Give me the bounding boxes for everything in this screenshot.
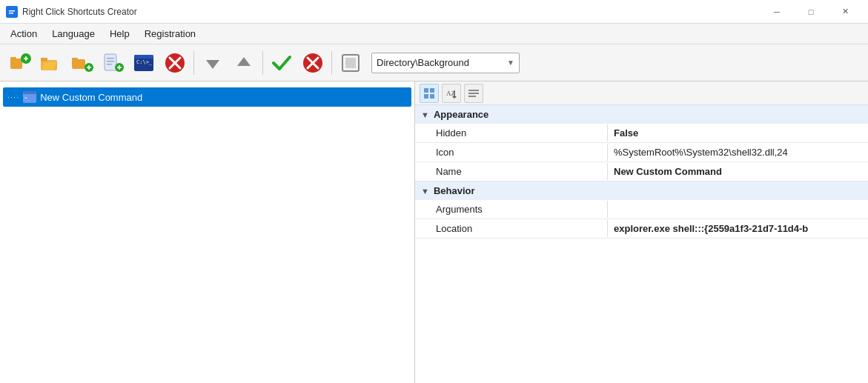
window-controls: ─ □ ✕ <box>760 0 862 24</box>
minimize-button[interactable]: ─ <box>760 0 794 24</box>
svg-rect-12 <box>72 58 78 61</box>
prop-name-hidden: Hidden <box>415 124 608 141</box>
app-icon <box>6 6 18 18</box>
svg-text:>_: >_ <box>24 95 30 101</box>
move-down-button[interactable] <box>198 48 228 78</box>
svg-rect-40 <box>430 88 434 93</box>
svg-rect-22 <box>119 65 120 70</box>
prop-row-icon[interactable]: Icon %SystemRoot%\System32\shell32.dll,2… <box>415 143 868 162</box>
menu-registration[interactable]: Registration <box>137 25 203 42</box>
context-dropdown[interactable]: Directory\Background ▼ <box>371 53 520 73</box>
context-dropdown-value: Directory\Background <box>377 57 507 68</box>
delete-button[interactable] <box>160 48 190 78</box>
add-new-button[interactable] <box>4 48 34 78</box>
open-button[interactable] <box>36 48 65 78</box>
svg-rect-46 <box>468 90 479 91</box>
prop-value-location: explorer.exe shell:::{2559a1f3-21d7-11d4… <box>608 220 868 237</box>
alphabetical-view-button[interactable]: AZ <box>442 84 461 103</box>
svg-rect-18 <box>107 61 114 62</box>
add-item-button[interactable] <box>98 48 127 78</box>
prop-row-arguments[interactable]: Arguments <box>415 200 868 219</box>
svg-rect-47 <box>468 93 479 94</box>
svg-rect-16 <box>105 54 116 70</box>
toolbar-separator-3 <box>331 51 332 75</box>
svg-rect-7 <box>25 56 27 61</box>
prop-value-hidden: False <box>608 124 868 141</box>
prop-row-name[interactable]: Name New Custom Command <box>415 162 868 181</box>
svg-rect-1 <box>9 10 15 12</box>
menu-help[interactable]: Help <box>102 25 137 42</box>
svg-rect-35 <box>345 58 356 68</box>
right-panel: AZ ▼ Appearance Hidden <box>415 81 868 383</box>
tree-item-label: New Custom Command <box>40 92 142 103</box>
menu-bar: Action Language Help Registration <box>0 24 868 44</box>
svg-rect-24 <box>134 55 153 59</box>
menu-language[interactable]: Language <box>44 25 102 42</box>
prop-value-arguments <box>608 207 868 213</box>
prop-row-hidden[interactable]: Hidden False <box>415 124 868 143</box>
categorized-view-button[interactable] <box>420 84 439 103</box>
prop-name-icon: Icon <box>415 144 608 161</box>
apply-button[interactable] <box>336 48 365 78</box>
svg-rect-4 <box>10 57 16 60</box>
props-toolbar: AZ <box>415 81 868 105</box>
chevron-behavior-icon: ▼ <box>421 187 429 196</box>
svg-rect-48 <box>468 96 476 97</box>
cmd-window-button[interactable]: C:\>_ <box>129 48 159 78</box>
tree-dots: ···· <box>7 93 19 101</box>
svg-rect-2 <box>9 13 13 14</box>
props-grid: ▼ Appearance Hidden False Icon %SystemRo… <box>415 105 868 383</box>
svg-text:C:\>_: C:\>_ <box>136 59 153 65</box>
prop-name-arguments: Arguments <box>415 201 608 218</box>
section-behavior-label: Behavior <box>434 185 475 196</box>
add-subfolder-button[interactable] <box>67 48 96 78</box>
chevron-down-icon: ▼ <box>507 59 514 67</box>
cancel-button[interactable] <box>298 48 328 78</box>
description-view-button[interactable] <box>464 84 483 103</box>
prop-name-name: Name <box>415 163 608 180</box>
move-up-button[interactable] <box>229 48 259 78</box>
svg-rect-37 <box>23 91 36 94</box>
svg-rect-9 <box>41 58 47 61</box>
left-panel: ···· >_ New Custom Command <box>0 81 415 383</box>
toolbar-separator-1 <box>193 51 194 75</box>
menu-action[interactable]: Action <box>3 25 44 42</box>
svg-rect-19 <box>107 64 112 65</box>
title-bar: Right Click Shortcuts Creator ─ □ ✕ <box>0 0 868 24</box>
svg-rect-17 <box>107 58 114 59</box>
svg-text:AZ: AZ <box>446 90 455 97</box>
prop-value-name: New Custom Command <box>608 163 868 180</box>
svg-marker-45 <box>452 96 457 99</box>
svg-rect-15 <box>88 65 90 70</box>
toolbar-separator-2 <box>262 51 263 75</box>
section-header-appearance[interactable]: ▼ Appearance <box>415 105 868 124</box>
main-area: ···· >_ New Custom Command <box>0 81 868 383</box>
svg-rect-39 <box>424 88 428 93</box>
tree-item-new-custom-command[interactable]: ···· >_ New Custom Command <box>3 87 411 107</box>
section-header-behavior[interactable]: ▼ Behavior <box>415 181 868 200</box>
close-button[interactable]: ✕ <box>828 0 862 24</box>
prop-row-location[interactable]: Location explorer.exe shell:::{2559a1f3-… <box>415 219 868 239</box>
section-appearance-label: Appearance <box>434 109 488 120</box>
window-title: Right Click Shortcuts Creator <box>22 7 760 17</box>
chevron-appearance-icon: ▼ <box>421 110 429 119</box>
prop-name-location: Location <box>415 220 608 237</box>
svg-rect-42 <box>430 94 434 99</box>
prop-value-icon: %SystemRoot%\System32\shell32.dll,24 <box>608 144 868 161</box>
svg-rect-0 <box>7 7 16 16</box>
svg-marker-30 <box>237 57 251 66</box>
save-button[interactable] <box>267 48 296 78</box>
svg-rect-41 <box>424 94 428 99</box>
maximize-button[interactable]: □ <box>794 0 828 24</box>
svg-marker-29 <box>206 60 219 69</box>
toolbar: C:\>_ <box>0 44 868 81</box>
command-icon: >_ <box>22 90 37 104</box>
svg-rect-3 <box>10 59 22 69</box>
